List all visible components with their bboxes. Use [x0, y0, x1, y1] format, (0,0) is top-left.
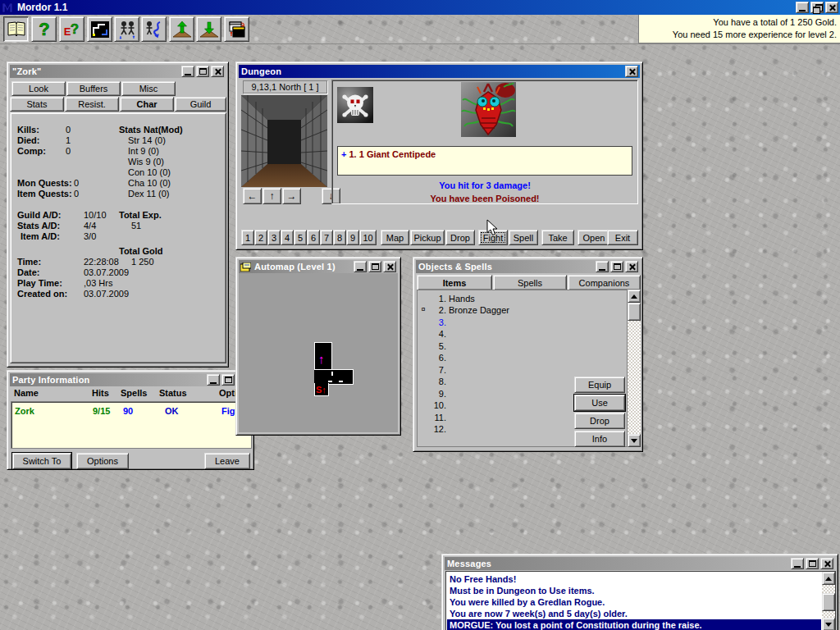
party-member-name[interactable]: Zork — [15, 406, 34, 416]
scroll-up-icon[interactable] — [628, 290, 641, 303]
leave-button[interactable]: Leave — [204, 453, 250, 469]
party-window-title: Party Information — [11, 375, 205, 385]
tab-buffers[interactable]: Buffers — [66, 81, 121, 96]
stairs-up-marker: S↑ — [316, 385, 326, 395]
messages-close-button[interactable] — [820, 558, 833, 569]
tab-resist[interactable]: Resist. — [65, 97, 119, 112]
item-row-5[interactable]: 5. — [418, 341, 627, 353]
item-row-1[interactable]: 1.Hands — [418, 294, 627, 305]
objects-window-titlebar[interactable]: Objects & Spells — [416, 260, 640, 273]
drop-item-button[interactable]: Drop — [574, 413, 625, 429]
scrollbar-thumb[interactable] — [822, 593, 835, 611]
party-window-titlebar[interactable]: Party Information — [10, 373, 251, 386]
equip-button[interactable]: Equip — [574, 377, 625, 393]
party-list[interactable]: Zork 9/15 90 OK Fight — [11, 401, 252, 449]
automap-window-titlebar[interactable]: Automap (Level 1) — [239, 260, 398, 273]
switch-to-button[interactable]: Switch To — [12, 453, 71, 469]
party-minimize-button[interactable] — [207, 374, 220, 386]
automap-toggle-button[interactable] — [87, 16, 112, 42]
character-window-titlebar[interactable]: "Zork" — [10, 65, 226, 78]
exit-button[interactable]: Exit — [607, 230, 638, 245]
message-list[interactable]: No Free Hands! Must be in Dungeon to Use… — [445, 571, 836, 630]
slot-2-button[interactable]: 2 — [254, 230, 267, 245]
slot-10-button[interactable]: 10 — [359, 230, 377, 245]
automap-canvas[interactable]: ↑ S↑ — [239, 273, 398, 432]
app-restore-button[interactable] — [810, 2, 824, 13]
take-button[interactable]: Take — [541, 230, 574, 245]
tab-items[interactable]: Items — [417, 275, 492, 290]
objects-maximize-button[interactable] — [610, 261, 623, 272]
automap-minimize-button[interactable] — [354, 261, 367, 272]
item-list-scrollbar[interactable] — [628, 290, 641, 447]
tab-look[interactable]: Look — [11, 81, 66, 96]
dungeon-close-button[interactable] — [625, 66, 638, 77]
character-maximize-button[interactable] — [196, 66, 209, 77]
objects-minimize-button[interactable] — [596, 261, 609, 272]
tab-stats[interactable]: Stats — [10, 97, 64, 112]
scroll-up-icon[interactable] — [822, 572, 835, 585]
help-button[interactable]: ? — [31, 16, 57, 42]
item-row-7[interactable]: 7. — [418, 365, 627, 377]
move-left-button[interactable]: ← — [243, 188, 262, 204]
slot-5-button[interactable]: 5 — [294, 230, 307, 245]
descend-stairs-button[interactable] — [196, 16, 221, 42]
party-button[interactable] — [114, 16, 139, 42]
slot-3-button[interactable]: 3 — [267, 230, 281, 245]
message-line-5-selected[interactable]: MORGUE: You lost a point of Constitution… — [447, 619, 821, 630]
scrollbar-thumb[interactable] — [628, 303, 641, 321]
tab-spells[interactable]: Spells — [493, 275, 567, 290]
character-close-button[interactable] — [211, 66, 224, 77]
move-forward-button[interactable]: ↑ — [262, 188, 281, 204]
item-row-3[interactable]: 3. — [418, 317, 627, 329]
ascend-stairs-button[interactable] — [169, 16, 194, 42]
party-maximize-button[interactable] — [221, 374, 235, 386]
drop-button[interactable]: Drop — [445, 230, 475, 245]
item-row-2[interactable]: ¤2.Bronze Dagger — [418, 305, 627, 317]
app-titlebar[interactable]: Mordor 1.1 — [0, 0, 840, 15]
objects-close-button[interactable] — [625, 261, 638, 272]
tab-guild[interactable]: Guild — [175, 97, 226, 112]
message-line-4[interactable]: You are now 7 week(s) and 5 day(s) older… — [447, 608, 821, 619]
slot-8-button[interactable]: 8 — [333, 230, 346, 245]
windows-layout-button[interactable] — [224, 16, 249, 42]
slot-9-button[interactable]: 9 — [346, 230, 359, 245]
slot-1-button[interactable]: 1 — [241, 230, 254, 245]
automap-maximize-button[interactable] — [368, 261, 381, 272]
message-line-2[interactable]: Must be in Dungeon to Use items. — [447, 585, 821, 596]
slot-4-button[interactable]: 4 — [281, 230, 294, 245]
message-scrollbar[interactable] — [822, 572, 835, 630]
pickup-button[interactable]: Pickup — [410, 230, 445, 245]
spell-button[interactable]: Spell — [509, 230, 538, 245]
automap-close-button[interactable] — [383, 261, 396, 272]
monster-entry[interactable]: 1. 1 Giant Centipede — [346, 149, 436, 159]
slot-6-button[interactable]: 6 — [307, 230, 320, 245]
slot-7-button[interactable]: 7 — [320, 230, 333, 245]
character-route-button[interactable] — [141, 16, 167, 42]
dungeon-window-titlebar[interactable]: Dungeon — [239, 65, 640, 78]
info-button[interactable]: Info — [574, 431, 625, 447]
party-options-button[interactable]: Options — [76, 453, 129, 469]
item-row-4[interactable]: 4. — [418, 329, 627, 340]
messages-maximize-button[interactable] — [806, 558, 819, 569]
automap-window-icon — [240, 262, 251, 272]
app-minimize-button[interactable] — [796, 2, 809, 13]
message-line-3[interactable]: You were killed by a Gredlan Rogue. — [447, 596, 821, 608]
scroll-down-icon[interactable] — [822, 618, 835, 630]
open-button[interactable]: Open — [578, 230, 610, 245]
scroll-down-icon[interactable] — [628, 434, 641, 447]
messages-minimize-button[interactable] — [791, 558, 804, 569]
tab-companions[interactable]: Companions — [568, 275, 641, 290]
tab-misc[interactable]: Misc — [121, 81, 176, 96]
tab-char[interactable]: Char — [120, 97, 174, 112]
app-close-button[interactable] — [825, 2, 838, 13]
use-button[interactable]: Use — [574, 395, 625, 411]
monster-list-box[interactable]: + 1. 1 Giant Centipede — [337, 146, 632, 176]
guide-book-button[interactable] — [3, 16, 29, 42]
item-row-6[interactable]: 6. — [418, 353, 627, 364]
messages-window-titlebar[interactable]: Messages — [445, 557, 835, 570]
monster-info-button[interactable]: E ? — [59, 16, 84, 42]
message-line-1[interactable]: No Free Hands! — [447, 573, 821, 585]
map-button[interactable]: Map — [381, 230, 409, 245]
move-right-button[interactable]: → — [282, 188, 301, 204]
character-minimize-button[interactable] — [181, 66, 194, 77]
